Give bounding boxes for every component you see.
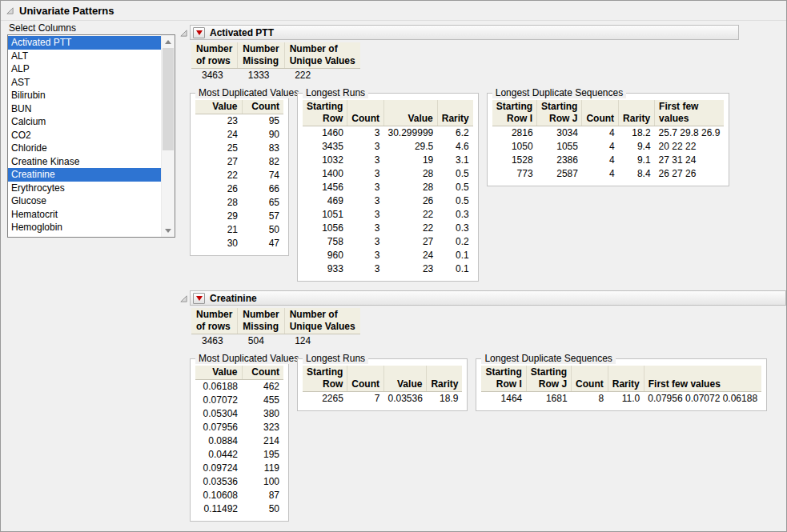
table-header-row: Starting RowCountValueRarity: [303, 100, 473, 126]
groupbox-title: Most Duplicated Values: [195, 87, 302, 98]
table-cell: 2816: [492, 126, 537, 141]
longest-duplicate-sequences-box: Longest Duplicate Sequences Starting Row…: [476, 358, 767, 411]
scroll-down-button[interactable]: [162, 224, 175, 237]
table-cell: 8.4: [619, 167, 655, 181]
outline-header[interactable]: Activated PTT: [190, 25, 739, 40]
most-duplicated-values-box: Most Duplicated Values ValueCount 0.0618…: [190, 358, 289, 522]
column-header: Number of rows: [191, 308, 238, 334]
disclosure-triangle-icon[interactable]: [179, 28, 188, 38]
table-cell: 1056: [303, 222, 347, 235]
column-list-item-ast[interactable]: AST: [8, 76, 161, 90]
column-list-item-alp[interactable]: ALP: [8, 62, 161, 76]
table-cell: 23: [384, 262, 438, 276]
table-cell: 47: [242, 237, 283, 250]
table-cell: 26: [384, 194, 438, 208]
red-triangle-menu-button[interactable]: [193, 293, 205, 304]
table-cell: 18.2: [619, 126, 655, 141]
table-cell: 0.2: [437, 235, 473, 249]
table-cell: 0.0442: [195, 448, 242, 462]
column-list-item-creatine-kinase[interactable]: Creatine Kinase: [8, 155, 161, 169]
column-list-item-erythrocytes[interactable]: Erythrocytes: [8, 182, 161, 195]
outline-header[interactable]: Creatinine: [190, 290, 786, 306]
column-list-item-co2[interactable]: CO2: [8, 129, 161, 142]
table-cell: 4: [582, 154, 619, 167]
longest-duplicate-sequences-table: Starting Row IStarting Row JCountRarityF…: [492, 100, 725, 181]
table-cell: 3: [347, 154, 384, 167]
table-cell: 26 27 26: [655, 167, 725, 181]
down-arrow-icon: [165, 229, 171, 233]
column-header: Starting Row I: [481, 366, 526, 392]
column-header: Starting Row: [303, 366, 347, 392]
columns-list: Activated PTTALTALPASTBilirubinBUNCalciu…: [8, 35, 161, 237]
scrollbar-track[interactable]: [162, 48, 175, 224]
summary-value: 222: [284, 69, 360, 83]
red-triangle-menu-button[interactable]: [193, 27, 205, 38]
disclosure-triangle-icon[interactable]: [179, 294, 188, 303]
table-row: 226570.0353618.9: [303, 392, 462, 406]
table-cell: 4: [582, 126, 619, 141]
groupbox-title: Most Duplicated Values: [195, 353, 302, 364]
column-header: Count: [347, 366, 384, 392]
table-cell: 119: [242, 462, 283, 475]
groupbox-title: Longest Duplicate Sequences: [481, 353, 615, 364]
column-header: Rarity: [437, 100, 473, 126]
table-cell: 3.1: [437, 154, 473, 167]
table-row: 9333230.1: [303, 262, 473, 276]
scroll-up-button[interactable]: [162, 35, 175, 48]
table-cell: 195: [242, 448, 283, 462]
column-list-item-calcium[interactable]: Calcium: [8, 115, 161, 129]
analysis-boxes-row: Most Duplicated Values ValueCount 0.0618…: [190, 358, 786, 522]
column-list-item-hematocrit[interactable]: Hematocrit: [8, 208, 161, 222]
table-cell: 57: [242, 210, 283, 223]
column-header: Rarity: [608, 366, 644, 392]
listbox-scrollbar[interactable]: [161, 35, 175, 237]
column-list-item-alt[interactable]: ALT: [8, 50, 161, 63]
table-cell: 0.5: [437, 181, 473, 194]
table-header-row: ValueCount: [195, 366, 283, 380]
column-header: Value: [384, 100, 438, 126]
table-row: 1050105549.420 22 22: [492, 140, 725, 154]
table-cell: 26: [195, 182, 242, 196]
table-cell: 95: [242, 114, 283, 129]
table-cell: 11.0: [608, 392, 644, 406]
column-list-item-creatinine[interactable]: Creatinine: [8, 168, 161, 182]
table-row: 0.07956323: [195, 421, 283, 434]
table-cell: 3435: [303, 140, 347, 154]
table-cell: 1032: [303, 154, 347, 167]
column-header: Count: [582, 100, 619, 126]
column-list-item-glucose[interactable]: Glucose: [8, 194, 161, 208]
table-cell: 7: [347, 392, 384, 406]
up-arrow-icon: [165, 40, 171, 44]
table-cell: 8: [572, 392, 608, 406]
table-row: 0.09724119: [195, 462, 283, 475]
table-row: 2957: [195, 210, 283, 223]
table-cell: 18.9: [427, 392, 463, 406]
table-cell: 3: [347, 208, 384, 222]
summary-value: 1333: [238, 69, 284, 83]
column-header: Value: [195, 100, 242, 114]
page-title: Univariate Patterns: [19, 5, 114, 17]
table-cell: 6.2: [437, 126, 473, 141]
table-cell: 22: [195, 169, 242, 182]
table-cell: 87: [242, 489, 283, 502]
column-list-item-hemoglobin[interactable]: Hemoglobin: [8, 221, 161, 234]
table-cell: 28: [384, 181, 438, 194]
table-row: 0.1149250: [195, 502, 283, 516]
column-list-item-activated-ptt[interactable]: Activated PTT: [8, 36, 161, 50]
table-cell: 1051: [303, 208, 347, 222]
table-cell: 19: [384, 154, 438, 167]
table-header-row: ValueCount: [195, 100, 283, 114]
columns-listbox: Activated PTTALTALPASTBilirubinBUNCalciu…: [7, 34, 175, 238]
scrollbar-thumb[interactable]: [163, 48, 174, 150]
column-list-item-chloride[interactable]: Chloride: [8, 142, 161, 155]
table-cell: 29.5: [384, 140, 438, 154]
table-row: 9603240.1: [303, 249, 473, 262]
table-row: 773258748.426 27 26: [492, 167, 725, 181]
report-title-bar: Univariate Patterns: [5, 3, 114, 18]
column-list-item-bun[interactable]: BUN: [8, 102, 161, 116]
column-header: Starting Row J: [537, 100, 582, 126]
table-cell: 27: [195, 155, 242, 169]
column-list-item-bilirubin[interactable]: Bilirubin: [8, 89, 161, 102]
disclosure-triangle-icon[interactable]: [5, 6, 14, 15]
table-cell: 23: [195, 114, 242, 129]
